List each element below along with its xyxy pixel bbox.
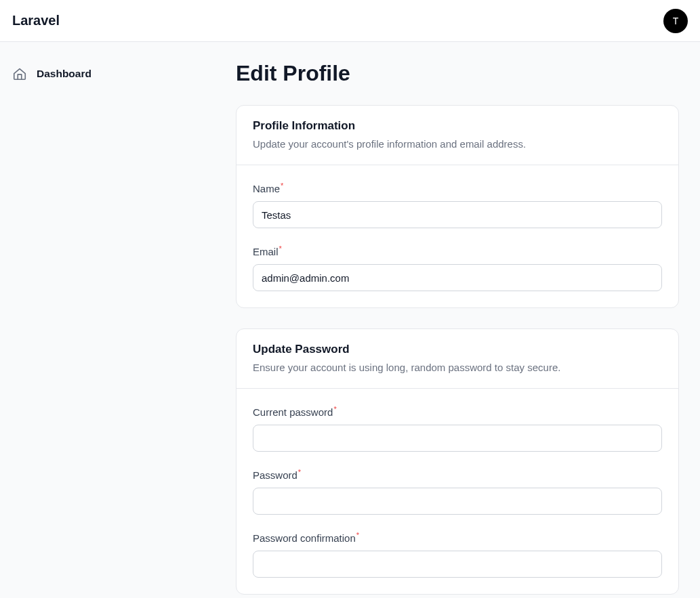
password-confirmation-label: Password confirmation*	[253, 531, 662, 544]
card-header: Profile Information Update your account'…	[236, 106, 678, 165]
card-subtitle: Ensure your account is using long, rando…	[253, 360, 662, 375]
required-marker: *	[333, 405, 336, 413]
update-password-card: Update Password Ensure your account is u…	[236, 328, 679, 595]
password-label: Password*	[253, 468, 662, 481]
form-group-password-confirmation: Password confirmation*	[253, 531, 662, 578]
required-marker: *	[356, 531, 359, 539]
required-marker: *	[281, 181, 283, 190]
profile-information-card: Profile Information Update your account'…	[236, 105, 679, 308]
email-input[interactable]	[253, 264, 662, 291]
main-content: Edit Profile Profile Information Update …	[217, 42, 691, 598]
required-marker: *	[279, 244, 282, 253]
form-group-email: Email*	[253, 244, 662, 291]
name-input[interactable]	[253, 201, 662, 228]
card-title: Update Password	[253, 343, 662, 356]
avatar[interactable]: T	[663, 9, 688, 33]
form-group-current-password: Current password*	[253, 405, 662, 452]
home-icon	[12, 66, 27, 81]
current-password-input[interactable]	[253, 425, 662, 452]
card-body: Name* Email*	[236, 165, 678, 307]
form-group-password: Password*	[253, 468, 662, 515]
sidebar-item-label: Dashboard	[37, 68, 91, 80]
card-subtitle: Update your account's profile informatio…	[253, 137, 662, 151]
name-label: Name*	[253, 181, 662, 194]
email-label: Email*	[253, 244, 662, 257]
password-input[interactable]	[253, 488, 662, 515]
page-title: Edit Profile	[236, 61, 679, 86]
brand-logo[interactable]: Laravel	[12, 13, 60, 28]
required-marker: *	[298, 468, 301, 476]
password-confirmation-input[interactable]	[253, 551, 662, 578]
current-password-label: Current password*	[253, 405, 662, 418]
card-header: Update Password Ensure your account is u…	[236, 329, 678, 389]
form-group-name: Name*	[253, 181, 662, 228]
card-title: Profile Information	[253, 119, 662, 133]
header: Laravel T	[0, 0, 700, 42]
sidebar-item-dashboard[interactable]: Dashboard	[12, 61, 205, 87]
sidebar: Dashboard	[0, 42, 217, 598]
card-body: Current password* Password* Password con…	[236, 389, 678, 594]
